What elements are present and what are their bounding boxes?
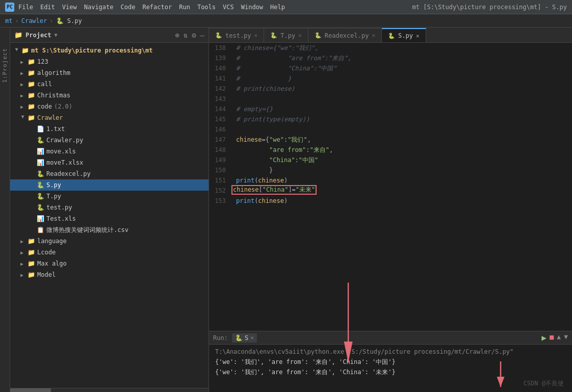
tree-item-maxalgo[interactable]: ▶ 📁 Max algo bbox=[10, 258, 209, 269]
tab-close-icon[interactable]: ✕ bbox=[372, 32, 375, 39]
run-scroll-up-icon[interactable]: ▲ bbox=[557, 333, 561, 343]
tree-item-model[interactable]: ▶ 📁 Model bbox=[10, 269, 209, 280]
menu-code[interactable]: Code bbox=[121, 4, 136, 11]
close-panel-icon[interactable]: — bbox=[200, 31, 204, 39]
menu-navigate[interactable]: Navigate bbox=[84, 4, 114, 11]
run-play-icon[interactable]: ▶ bbox=[541, 333, 547, 343]
tree-item-readexcelpy[interactable]: 🐍 Readexcel.py bbox=[10, 168, 209, 179]
code-editor[interactable]: 138 # chinese={"we":"我们", 139 # "are fro… bbox=[209, 43, 572, 331]
tree-item-testpy[interactable]: 🐍 test.py bbox=[10, 202, 209, 213]
run-tab-s[interactable]: 🐍 S ✕ bbox=[232, 333, 257, 343]
tree-item-label: move.xls bbox=[46, 148, 76, 155]
file-icon: 📋 bbox=[37, 226, 44, 233]
spacer bbox=[30, 205, 35, 211]
tree-item-label: 微博热搜关键词词频统计.csv bbox=[46, 226, 128, 234]
tree-item-language[interactable]: ▶ 📁 language bbox=[10, 236, 209, 247]
breadcrumb-mt[interactable]: mt bbox=[5, 17, 12, 24]
line-content: "are from":"来自", bbox=[232, 145, 572, 155]
tree-item-mt[interactable]: ▶ 📁 mt S:\Study\picture processing\mt bbox=[10, 45, 209, 56]
code-line-144: 144 # empty={} bbox=[209, 104, 572, 114]
chevron-icon: ▶ bbox=[20, 70, 25, 76]
tree-item-movetxlsx[interactable]: 📊 moveT.xlsx bbox=[10, 157, 209, 168]
menu-view[interactable]: View bbox=[62, 4, 77, 11]
spacer bbox=[30, 171, 35, 177]
menu-window[interactable]: Window bbox=[241, 4, 263, 11]
tree-item-code[interactable]: ▶ 📁 code (2.0) bbox=[10, 101, 209, 112]
menu-edit[interactable]: Edit bbox=[40, 4, 55, 11]
code-line-153: 153 print(chinese) bbox=[209, 196, 572, 206]
line-content: # "are from":"来自", bbox=[232, 53, 572, 63]
line-number: 140 bbox=[209, 63, 232, 73]
tree-item-call[interactable]: ▶ 📁 call bbox=[10, 79, 209, 90]
chevron-icon: ▶ bbox=[20, 250, 25, 255]
line-number: 151 bbox=[209, 175, 232, 186]
menu-vcs[interactable]: VCS bbox=[223, 4, 234, 11]
tab-readexcelpy[interactable]: 🐍 Readexcel.py ✕ bbox=[308, 28, 382, 42]
menu-bar[interactable]: File Edit View Navigate Code Refactor Ru… bbox=[18, 4, 285, 11]
project-title-label: Project bbox=[25, 32, 51, 39]
line-content: # print(chinese) bbox=[232, 84, 572, 94]
tree-item-123[interactable]: ▶ 📁 123 bbox=[10, 56, 209, 67]
tab-close-icon[interactable]: ✕ bbox=[254, 32, 258, 39]
code-line-146: 146 bbox=[209, 124, 572, 135]
breadcrumb-file[interactable]: S.py bbox=[67, 17, 82, 24]
menu-file[interactable]: File bbox=[18, 4, 33, 11]
chevron-icon: ▶ bbox=[20, 115, 26, 120]
chevron-down-icon[interactable]: ▼ bbox=[55, 32, 58, 38]
window-title: mt [S:\Study\picture processing\mt] - S.… bbox=[412, 4, 567, 11]
chevron-icon: ▶ bbox=[20, 104, 25, 110]
tree-item-crawlerpy[interactable]: 🐍 Crawler.py bbox=[10, 135, 209, 146]
tree-item-label: 123 bbox=[37, 58, 48, 65]
tree-item-crawler[interactable]: ▶ 📁 Crawler bbox=[10, 112, 209, 123]
side-panel-label: 1:Project bbox=[2, 48, 8, 83]
line-number: 144 bbox=[209, 104, 232, 114]
project-folder-icon: 📁 bbox=[14, 31, 22, 39]
tree-item-movexls[interactable]: 📊 move.xls bbox=[10, 146, 209, 157]
line-content bbox=[232, 94, 572, 104]
file-icon: 🐍 bbox=[37, 193, 44, 200]
folder-icon: 📁 bbox=[28, 260, 35, 267]
tab-testpy[interactable]: 🐍 test.py ✕ bbox=[209, 28, 264, 42]
h-scrollbar[interactable] bbox=[10, 388, 209, 392]
sort-icon[interactable]: ⇅ bbox=[184, 31, 188, 39]
tab-tpy[interactable]: 🐍 T.py ✕ bbox=[264, 28, 308, 42]
settings-gear-icon[interactable]: ⚙ bbox=[192, 31, 196, 39]
spacer bbox=[30, 216, 35, 222]
project-actions[interactable]: ⊕ ⇅ ⚙ — bbox=[175, 31, 204, 39]
breadcrumb-crawler[interactable]: Crawler bbox=[21, 17, 47, 24]
tree-item-testxls[interactable]: 📊 Test.xls bbox=[10, 213, 209, 224]
menu-help[interactable]: Help bbox=[270, 4, 285, 11]
menu-run[interactable]: Run bbox=[179, 4, 190, 11]
side-panel-toggle[interactable]: 1:Project bbox=[0, 28, 10, 392]
line-content: "China":"中国" bbox=[232, 155, 572, 165]
tree-item-spy[interactable]: 🐍 S.py bbox=[10, 179, 209, 191]
h-scrollbar-thumb[interactable] bbox=[10, 388, 51, 392]
add-icon[interactable]: ⊕ bbox=[175, 31, 179, 39]
chevron-icon: ▶ bbox=[20, 272, 25, 278]
file-icon: 📊 bbox=[37, 148, 44, 155]
tree-item-label: Test.xls bbox=[46, 215, 76, 222]
tab-close-icon[interactable]: ✕ bbox=[416, 33, 420, 39]
line-number: 146 bbox=[209, 124, 232, 135]
run-controls[interactable]: ▶ ■ ▲ ▼ bbox=[541, 333, 568, 343]
tree-item-weibocsv[interactable]: 📋 微博热搜关键词词频统计.csv bbox=[10, 224, 209, 236]
line-number: 139 bbox=[209, 53, 232, 63]
run-stop-icon[interactable]: ■ bbox=[550, 333, 554, 343]
tree-item-algorithm[interactable]: ▶ 📁 algorithm bbox=[10, 67, 209, 79]
tab-spy[interactable]: 🐍 S.py ✕ bbox=[382, 28, 426, 42]
tree-item-label: Christmas bbox=[37, 92, 70, 99]
line-number: 149 bbox=[209, 155, 232, 165]
tree-item-label: call bbox=[37, 81, 52, 88]
run-tab-close-icon[interactable]: ✕ bbox=[250, 334, 254, 341]
tab-close-icon[interactable]: ✕ bbox=[298, 32, 302, 39]
run-scroll-down-icon[interactable]: ▼ bbox=[564, 333, 568, 343]
tree-item-1txt[interactable]: 📄 1.txt bbox=[10, 123, 209, 135]
menu-tools[interactable]: Tools bbox=[197, 4, 216, 11]
tree-item-label: S.py bbox=[46, 181, 61, 189]
code-line-149: 149 "China":"中国" bbox=[209, 155, 572, 165]
menu-refactor[interactable]: Refactor bbox=[142, 4, 172, 11]
tree-item-lcode[interactable]: ▶ 📁 Lcode bbox=[10, 247, 209, 258]
tree-item-tpy[interactable]: 🐍 T.py bbox=[10, 191, 209, 202]
tree-item-christmas[interactable]: ▶ 📁 Christmas bbox=[10, 90, 209, 101]
file-icon: 🐍 bbox=[37, 170, 44, 177]
